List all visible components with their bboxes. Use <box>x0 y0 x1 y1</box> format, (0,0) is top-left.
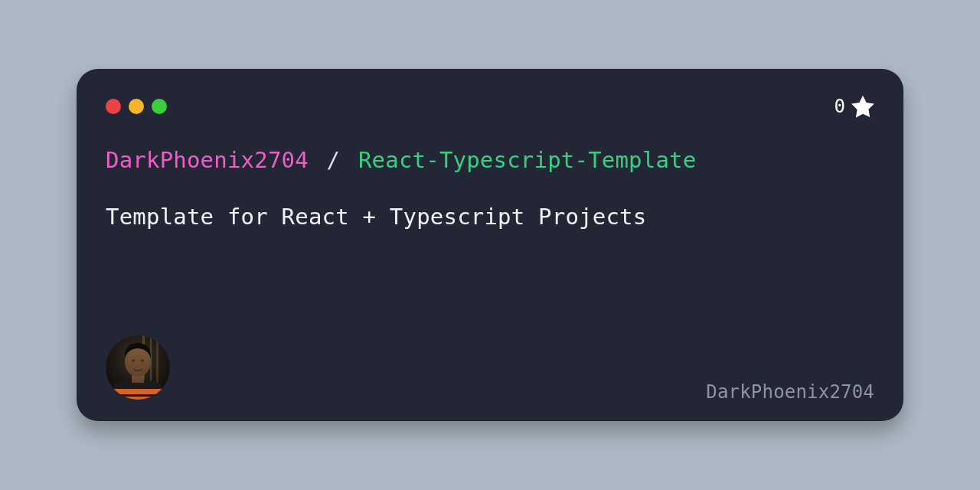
titlebar: 0 <box>106 95 874 118</box>
repo-owner-link[interactable]: DarkPhoenix2704 <box>106 147 309 173</box>
svg-point-9 <box>141 360 144 362</box>
traffic-lights <box>106 99 167 114</box>
path-separator: / <box>327 147 341 173</box>
repo-card: 0 DarkPhoenix2704 / React-Typescript-Tem… <box>77 69 903 421</box>
minimize-icon[interactable] <box>129 99 144 114</box>
close-icon[interactable] <box>106 99 121 114</box>
star-icon <box>851 95 874 118</box>
username-label: DarkPhoenix2704 <box>706 381 874 403</box>
maximize-icon[interactable] <box>152 99 167 114</box>
star-count: 0 <box>835 96 845 117</box>
svg-rect-5 <box>110 397 165 400</box>
svg-rect-4 <box>110 389 165 394</box>
repo-breadcrumb: DarkPhoenix2704 / React-Typescript-Templ… <box>106 147 874 173</box>
star-count-group: 0 <box>835 95 874 118</box>
repo-name-link[interactable]: React-Typescript-Template <box>358 147 697 173</box>
svg-point-8 <box>132 360 135 362</box>
repo-description: Template for React + Typescript Projects <box>106 204 874 230</box>
avatar[interactable] <box>106 335 170 400</box>
